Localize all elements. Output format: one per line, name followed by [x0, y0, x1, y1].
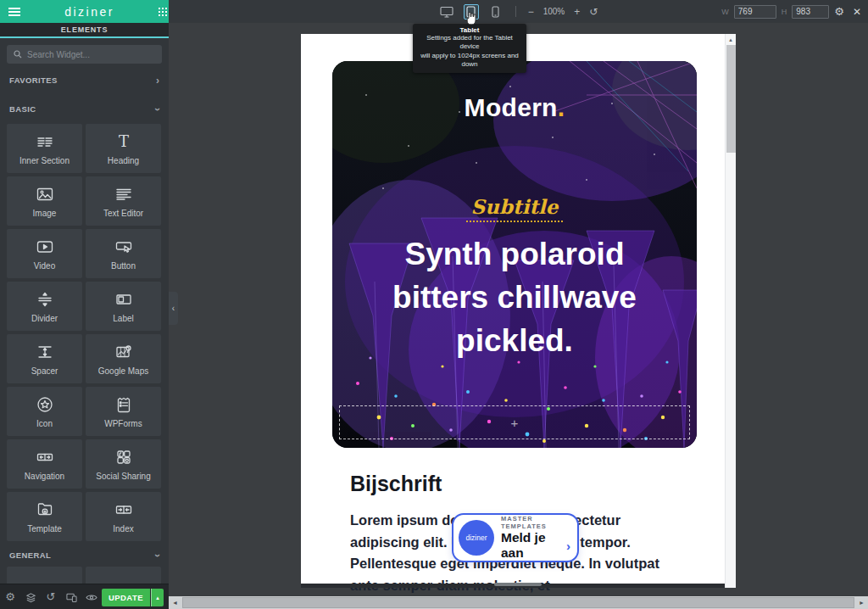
navigator-icon[interactable]	[20, 590, 41, 602]
search-icon	[14, 50, 22, 59]
hero-section[interactable]: Modern. Subtitle Synth polaroid bitters …	[332, 61, 697, 448]
image-icon	[35, 184, 55, 204]
hero-content: Modern. Subtitle Synth polaroid bitters …	[332, 93, 697, 362]
top-toolbar: − 100% + ↺ W H ⚙ ✕	[169, 0, 868, 23]
heading-icon: T	[114, 131, 134, 152]
update-button[interactable]: UPDATE	[102, 589, 150, 606]
scroll-right-arrow[interactable]: ►	[855, 596, 868, 609]
video-icon	[35, 237, 55, 257]
widget-icon[interactable]: Icon	[7, 387, 82, 436]
widget-image[interactable]: Image	[7, 176, 82, 226]
spacer-icon	[35, 342, 55, 362]
apps-grid-icon[interactable]	[159, 8, 160, 9]
device-mobile-icon[interactable]	[488, 4, 504, 20]
section-general[interactable]: GENERAL ›	[0, 550, 169, 561]
social-sharing-icon	[114, 447, 134, 467]
widget-divider[interactable]: Divider	[7, 282, 82, 331]
chevron-down-icon: ›	[153, 554, 163, 557]
responsive-mode-icon[interactable]	[61, 590, 81, 602]
device-desktop-icon[interactable]	[439, 4, 454, 20]
editor-canvas: Modern. Subtitle Synth polaroid bitters …	[169, 23, 868, 596]
horizontal-scrollbar[interactable]: ◄ ►	[169, 596, 868, 609]
widget-video[interactable]: Video	[7, 229, 82, 278]
brand-logo: diziner	[64, 5, 114, 19]
hero-title[interactable]: Modern.	[332, 93, 697, 122]
scroll-left-arrow[interactable]: ◄	[169, 596, 181, 609]
widget-wpforms[interactable]: WPForms	[86, 387, 161, 436]
chevron-right-icon: ›	[156, 75, 159, 86]
preview-icon[interactable]	[81, 590, 102, 602]
search-input[interactable]	[27, 50, 155, 59]
panel-tabs: ELEMENTS	[0, 23, 169, 38]
panel-footer: ⚙ ↺ UPDATE ▲	[0, 584, 169, 609]
toolbar-separator	[515, 6, 516, 17]
device-tablet-icon[interactable]	[464, 4, 479, 20]
widget-button[interactable]: Button	[86, 229, 161, 278]
widget-label[interactable]: Label	[86, 282, 161, 331]
horizontal-scroll-thumb[interactable]	[182, 597, 854, 608]
panel-scroll: FAVORITES › BASIC › Inner Section T	[0, 40, 169, 584]
google-maps-icon	[114, 342, 134, 362]
text-editor-icon	[114, 184, 134, 204]
panel-header: diziner	[0, 0, 169, 23]
hero-subtitle[interactable]: Subtitle	[466, 195, 564, 222]
page-scroll-thumb[interactable]	[726, 45, 736, 153]
widget-social-sharing[interactable]: Social Sharing	[86, 439, 161, 489]
navigation-icon	[35, 447, 55, 467]
add-element-icon: +	[511, 416, 519, 430]
widget-google-maps[interactable]: Google Maps	[86, 334, 161, 383]
zoom-out-button[interactable]: −	[528, 7, 534, 17]
hero-title-dot: .	[558, 93, 565, 121]
section-basic[interactable]: BASIC ›	[0, 103, 169, 115]
caption-heading[interactable]: Bijschrift	[350, 472, 687, 496]
menu-icon[interactable]	[8, 8, 20, 9]
widget-navigation[interactable]: Navigation	[7, 439, 82, 489]
badge-chevron-icon: ›	[566, 539, 570, 553]
widget-card-partial[interactable]	[7, 567, 82, 584]
hero-heading[interactable]: Synth polaroid bitters chillwave pickled…	[357, 232, 672, 362]
app-root: diziner ELEMENTS FAVORITES › BASIC ›	[0, 0, 868, 609]
diziner-badge-logo: diziner	[459, 520, 494, 556]
widget-heading[interactable]: T Heading	[86, 124, 161, 173]
chevron-down-icon: ›	[153, 108, 163, 111]
preview-page: Modern. Subtitle Synth polaroid bitters …	[301, 34, 736, 588]
tab-elements[interactable]: ELEMENTS	[61, 25, 108, 34]
page-scrollbar[interactable]: ▲	[725, 34, 736, 588]
master-templates-badge[interactable]: diziner MASTER TEMPLATES Meld je aan ›	[452, 513, 579, 562]
update-options-caret[interactable]: ▲	[151, 589, 164, 606]
widget-spacer[interactable]: Spacer	[7, 334, 82, 383]
scroll-up-arrow[interactable]: ▲	[726, 34, 736, 45]
section-favorites[interactable]: FAVORITES ›	[0, 75, 169, 86]
template-icon	[35, 500, 55, 520]
widget-template[interactable]: Template	[7, 492, 82, 541]
preview-settings-icon[interactable]: ⚙	[834, 5, 844, 18]
height-input[interactable]	[792, 5, 829, 19]
tooltip-title: Tablet	[416, 26, 523, 34]
svg-text:T: T	[118, 132, 128, 150]
zoom-in-button[interactable]: +	[574, 7, 580, 17]
badge-label: Meld je aan	[501, 530, 556, 561]
widget-grid: Inner Section T Heading Image	[0, 124, 169, 541]
width-input[interactable]	[734, 5, 776, 19]
history-icon[interactable]: ↺	[41, 591, 61, 602]
tablet-tooltip: Tablet Settings added for the Tablet dev…	[413, 24, 526, 73]
zoom-reset-button[interactable]: ↺	[589, 7, 598, 17]
settings-icon[interactable]: ⚙	[0, 591, 20, 602]
height-label: H	[782, 8, 787, 16]
widgets-panel: diziner ELEMENTS FAVORITES › BASIC ›	[0, 0, 169, 609]
widget-search[interactable]	[7, 45, 162, 64]
widget-index[interactable]: Index	[86, 492, 161, 541]
toolbar-right: W H ⚙ ✕	[721, 0, 861, 23]
divider-icon	[35, 289, 55, 310]
panel-collapse-handle[interactable]: ‹	[169, 292, 178, 325]
close-icon[interactable]: ✕	[853, 6, 861, 18]
widget-card-partial[interactable]	[86, 567, 161, 584]
wpforms-icon	[114, 394, 134, 415]
widget-grid-partial	[0, 567, 169, 584]
widget-inner-section[interactable]: Inner Section	[7, 124, 82, 173]
inner-section-icon	[35, 131, 55, 152]
element-dropzone[interactable]: +	[339, 405, 690, 439]
resize-handle[interactable]	[494, 583, 542, 586]
widget-text-editor[interactable]: Text Editor	[86, 176, 161, 226]
label-icon	[114, 289, 134, 310]
